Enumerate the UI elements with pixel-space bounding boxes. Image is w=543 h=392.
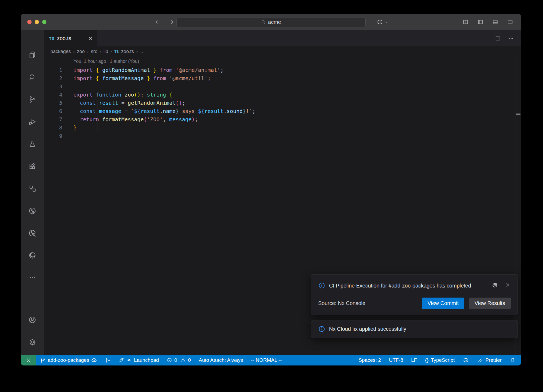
explorer-icon[interactable]: [28, 51, 37, 59]
breadcrumb-item-file[interactable]: zoo.ts: [121, 49, 134, 54]
breadcrumb-item[interactable]: packages: [50, 49, 71, 54]
testing-icon[interactable]: [28, 140, 37, 148]
gitlens-launchpad-item[interactable]: Launchpad: [119, 357, 159, 363]
indentation-item[interactable]: Spaces: 2: [358, 357, 381, 363]
tab-zoo-ts[interactable]: TS zoo.ts ✕: [44, 30, 97, 46]
line-number: 7: [44, 115, 62, 124]
line-content: import { getRandomAnimal } from '@acme/a…: [62, 66, 224, 74]
git-graph-item[interactable]: [105, 358, 111, 363]
code-line[interactable]: 8}: [44, 124, 521, 132]
notification-message: CI Pipeline Execution for #add-zoo-packa…: [329, 281, 478, 291]
line-content: return formatMessage('ZOO', message);: [62, 115, 198, 124]
code-line[interactable]: 4export function zoo(): string {: [44, 91, 521, 99]
line-content: [62, 132, 73, 140]
tab-close-icon[interactable]: ✕: [88, 36, 93, 41]
workbench: TS zoo.ts ✕ packages ›: [21, 30, 521, 355]
warning-count: 0: [188, 357, 191, 363]
copilot-menu[interactable]: [376, 14, 388, 30]
problems-item[interactable]: 0 0: [167, 357, 191, 363]
line-content: const result = getRandomAnimal();: [62, 99, 185, 107]
code-line[interactable]: 5 const result = getRandomAnimal();: [44, 99, 521, 107]
search-view-icon[interactable]: [28, 73, 37, 81]
errors-icon: [167, 358, 172, 363]
view-results-button[interactable]: View Results: [469, 298, 511, 309]
indent-guide: [98, 99, 98, 132]
line-content: [62, 82, 73, 91]
copilot-status-item[interactable]: [463, 357, 469, 363]
line-number: 9: [44, 132, 62, 140]
line-number: 3: [44, 82, 62, 91]
notifications-bell-item[interactable]: [510, 357, 515, 363]
notification-source: Source: Nx Console: [318, 300, 365, 306]
search-value: acme: [268, 19, 281, 25]
source-control-icon[interactable]: [28, 95, 37, 104]
rocket-icon: [119, 357, 124, 363]
code-line[interactable]: 3: [44, 82, 521, 91]
back-icon[interactable]: [155, 19, 161, 25]
notification-toast: CI Pipeline Execution for #add-zoo-packa…: [311, 274, 518, 315]
breadcrumb-item[interactable]: src: [91, 49, 97, 54]
toggle-secondary-sidebar-icon[interactable]: [506, 18, 514, 26]
notification-center: CI Pipeline Execution for #add-zoo-packa…: [311, 274, 518, 338]
code-line[interactable]: 6 const message = `${result.name} says $…: [44, 107, 521, 115]
breadcrumb-item[interactable]: lib: [103, 49, 108, 54]
forward-icon[interactable]: [168, 19, 174, 25]
notification-settings-gear-icon[interactable]: [492, 282, 498, 289]
line-number: 6: [44, 107, 62, 115]
more-views-icon[interactable]: [28, 273, 37, 282]
extensions-icon[interactable]: [28, 162, 37, 171]
code-line[interactable]: 2import { formatMessage } from '@acme/ut…: [44, 74, 521, 82]
command-center-search[interactable]: acme: [176, 17, 366, 27]
typescript-file-icon: TS: [114, 50, 119, 54]
git-branch-item[interactable]: add-zoo-packages: [40, 357, 97, 363]
edge-devtools-icon[interactable]: [28, 251, 37, 260]
code-lines: 1import { getRandomAnimal } from '@acme/…: [44, 66, 521, 140]
code-line[interactable]: 1import { getRandomAnimal } from '@acme/…: [44, 66, 521, 74]
breadcrumb: packages › zoo › src › lib › TS zoo.ts ›…: [44, 46, 521, 56]
eol-item[interactable]: LF: [411, 357, 417, 363]
launchpad-label: Launchpad: [134, 357, 159, 363]
desktop: acme: [0, 0, 543, 392]
language-mode-item[interactable]: {} TypeScript: [425, 357, 455, 363]
editor-more-actions-icon[interactable]: [508, 36, 514, 41]
git-blame-annotation[interactable]: You, 1 hour ago | 1 author (You): [73, 59, 139, 64]
code-line-cursor[interactable]: 9: [44, 132, 521, 140]
info-icon: [318, 325, 325, 333]
nx-console-icon[interactable]: [28, 184, 37, 193]
gitlens-inspect-icon[interactable]: [28, 229, 37, 237]
view-commit-button[interactable]: View Commit: [422, 298, 464, 309]
line-number: 4: [44, 91, 62, 99]
line-content: }: [62, 124, 77, 132]
branch-name: add-zoo-packages: [48, 357, 89, 363]
close-window-button[interactable]: [27, 20, 32, 24]
gitlens-icon[interactable]: [28, 207, 37, 215]
vim-mode-item[interactable]: -- NORMAL --: [251, 357, 282, 363]
toggle-panel-icon[interactable]: [491, 18, 500, 26]
zoom-window-button[interactable]: [42, 20, 46, 24]
settings-gear-icon[interactable]: [28, 338, 37, 346]
notification-close-icon[interactable]: [505, 282, 511, 289]
line-number: 8: [44, 124, 62, 132]
breadcrumb-item[interactable]: zoo: [77, 49, 85, 54]
minimize-window-button[interactable]: [35, 20, 39, 24]
vscode-window: acme: [21, 14, 521, 365]
breadcrumb-item-more[interactable]: …: [140, 49, 145, 54]
info-icon: [318, 281, 325, 289]
error-count: 0: [174, 357, 177, 363]
auto-attach-item[interactable]: Auto Attach: Always: [199, 357, 243, 363]
line-content: import { formatMessage } from '@acme/uti…: [62, 74, 211, 82]
toggle-primary-sidebar-icon[interactable]: [476, 18, 485, 26]
breadcrumb-separator: ›: [136, 49, 138, 54]
breadcrumb-separator: ›: [100, 49, 101, 54]
activity-bar: [21, 30, 44, 355]
code-line[interactable]: 7 return formatMessage('ZOO', message);: [44, 115, 521, 124]
run-and-debug-icon[interactable]: [28, 117, 37, 126]
notification-toast: Nx Cloud fix applied successfully: [311, 320, 518, 338]
remote-indicator[interactable]: [21, 355, 36, 365]
accounts-icon[interactable]: [28, 316, 37, 324]
encoding-item[interactable]: UTF-8: [389, 357, 403, 363]
customize-layout-icon[interactable]: [461, 18, 470, 26]
split-editor-icon[interactable]: [495, 36, 501, 41]
publish-cloud-icon: [91, 357, 97, 363]
formatter-item[interactable]: Prettier: [477, 357, 502, 363]
